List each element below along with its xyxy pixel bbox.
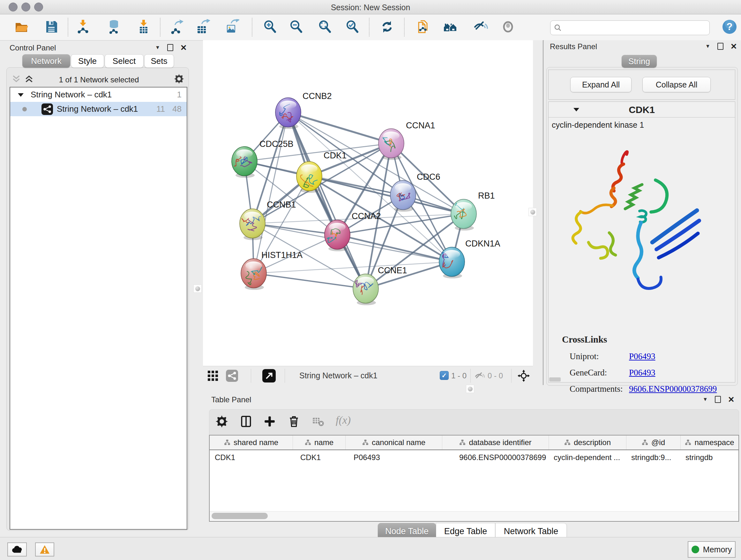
zoom-selected-button[interactable] bbox=[345, 19, 361, 36]
column-header[interactable]: @id bbox=[626, 435, 680, 449]
column-type-icon bbox=[564, 439, 570, 446]
import-table-file-button[interactable] bbox=[136, 19, 152, 36]
crosslinks-title: CrossLinks bbox=[562, 334, 607, 345]
navigator-button[interactable] bbox=[518, 370, 530, 383]
export-network-button[interactable] bbox=[170, 19, 186, 36]
zoom-fit-button[interactable] bbox=[317, 19, 334, 36]
save-session-button[interactable] bbox=[44, 19, 60, 36]
cloud-status-button[interactable] bbox=[7, 543, 27, 557]
hide-selected-button[interactable] bbox=[473, 19, 489, 36]
panel-collapse-icon[interactable]: ▼ bbox=[155, 45, 160, 51]
selected-checkbox[interactable]: ✓ bbox=[440, 371, 449, 380]
network-view-mode-button[interactable] bbox=[226, 370, 238, 383]
scrollbar-thumb[interactable] bbox=[212, 513, 268, 519]
collapse-all-networks-button[interactable] bbox=[11, 74, 21, 85]
cell-description: cyclin-dependent ... bbox=[549, 453, 626, 462]
results-hscroll-thumb[interactable] bbox=[549, 377, 561, 381]
show-hidden-button[interactable] bbox=[500, 19, 517, 36]
panel-collapse-icon[interactable]: ▼ bbox=[705, 44, 711, 49]
zoom-in-button[interactable] bbox=[262, 19, 279, 36]
string-network-icon bbox=[42, 104, 53, 115]
panel-float-icon[interactable] bbox=[167, 44, 173, 51]
crosslink-genecard[interactable]: P06493 bbox=[629, 365, 717, 381]
memory-label: Memory bbox=[703, 545, 732, 554]
table-horizontal-scrollbar[interactable] bbox=[210, 511, 738, 521]
warnings-button[interactable] bbox=[35, 543, 54, 557]
import-network-file-button[interactable] bbox=[75, 19, 92, 36]
svg-text:CDK1: CDK1 bbox=[324, 151, 347, 160]
memory-button[interactable]: Memory bbox=[688, 541, 736, 558]
function-builder-button-disabled[interactable]: f(x) bbox=[336, 414, 351, 426]
columns-icon bbox=[239, 415, 253, 428]
import-table-icon bbox=[136, 19, 151, 35]
collapse-all-button[interactable]: Collapse All bbox=[643, 77, 711, 92]
toolbar-separator bbox=[251, 369, 251, 383]
panel-collapse-icon[interactable]: ▼ bbox=[703, 396, 708, 402]
zoom-out-button[interactable] bbox=[288, 19, 305, 36]
network-options-button[interactable] bbox=[174, 73, 185, 85]
svg-text:RB1: RB1 bbox=[478, 191, 495, 200]
hidden-toggle[interactable] bbox=[474, 370, 485, 382]
table-panel-controls: ▼ ✕ bbox=[703, 396, 735, 403]
tab-network[interactable]: Network bbox=[22, 54, 70, 68]
column-header[interactable]: database identifier bbox=[442, 435, 549, 449]
gene-section-header[interactable]: CDK1 bbox=[549, 102, 735, 118]
open-session-button[interactable] bbox=[14, 19, 31, 36]
bottom-splitter-handle[interactable] bbox=[466, 385, 474, 393]
search-input[interactable] bbox=[564, 21, 706, 34]
toolbar-separator bbox=[285, 369, 285, 383]
show-columns-button[interactable] bbox=[239, 415, 253, 429]
show-all-views-button[interactable] bbox=[443, 19, 460, 36]
main-toolbar: ? bbox=[0, 14, 741, 41]
column-header[interactable]: name bbox=[293, 435, 345, 449]
panel-close-icon[interactable]: ✕ bbox=[731, 43, 737, 50]
left-splitter-handle[interactable] bbox=[193, 285, 202, 293]
tab-string[interactable]: String bbox=[622, 55, 657, 68]
svg-text:HIST1H1A: HIST1H1A bbox=[261, 250, 302, 260]
warning-icon bbox=[39, 545, 50, 554]
right-splitter-handle[interactable] bbox=[529, 208, 537, 216]
toolbar-separator bbox=[470, 369, 471, 383]
network-canvas[interactable]: CCNB2CCNA1CDC25BCDK1CDC6RB1CCNB1CCNA2CDK… bbox=[203, 40, 533, 366]
table-row[interactable]: CDK1 CDK1 P06493 9606.ENSP00000378699 cy… bbox=[210, 450, 738, 465]
delete-table-button-disabled[interactable] bbox=[312, 415, 326, 429]
column-header[interactable]: description bbox=[549, 435, 626, 449]
expand-all-button[interactable]: Expand All bbox=[570, 77, 631, 92]
tab-style[interactable]: Style bbox=[71, 54, 104, 68]
export-table-button[interactable] bbox=[196, 19, 212, 36]
trash-icon bbox=[287, 415, 300, 428]
network-collection-row[interactable]: String Network – cdk1 1 bbox=[10, 87, 187, 102]
export-image-button[interactable] bbox=[224, 19, 241, 36]
gear-icon bbox=[215, 415, 228, 428]
network-row-selected[interactable]: String Network – cdk1 11 48 bbox=[10, 102, 187, 116]
crosshair-icon bbox=[518, 370, 530, 382]
column-header[interactable]: canonical name bbox=[345, 435, 442, 449]
delete-column-button[interactable] bbox=[287, 415, 301, 429]
network-selection-status: 1 of 1 Network selected bbox=[38, 75, 159, 84]
table-toolbar: f(x) bbox=[209, 409, 739, 435]
column-header[interactable]: namespace bbox=[680, 435, 738, 449]
detach-view-button[interactable] bbox=[262, 369, 276, 384]
network-row-label: String Network – cdk1 bbox=[57, 104, 138, 114]
double-chevron-down-icon bbox=[11, 74, 21, 84]
panel-float-icon[interactable] bbox=[715, 396, 721, 403]
expand-collapse-box: Expand All Collapse All bbox=[548, 70, 735, 100]
grid-view-button[interactable] bbox=[207, 370, 218, 382]
crosslink-uniprot[interactable]: P06493 bbox=[629, 348, 717, 365]
refresh-button[interactable] bbox=[380, 19, 396, 36]
import-network-database-button[interactable] bbox=[106, 19, 123, 36]
tab-sets[interactable]: Sets bbox=[144, 54, 174, 68]
table-options-button[interactable] bbox=[215, 415, 229, 429]
table-panel-title: Table Panel bbox=[211, 395, 251, 404]
tab-select[interactable]: Select bbox=[105, 54, 144, 68]
cell-shared-name: CDK1 bbox=[210, 453, 293, 462]
panel-float-icon[interactable] bbox=[718, 43, 724, 50]
add-column-button[interactable] bbox=[263, 415, 277, 429]
expand-all-networks-button[interactable] bbox=[24, 74, 34, 85]
panel-close-icon[interactable]: ✕ bbox=[180, 44, 187, 51]
help-button[interactable]: ? bbox=[722, 19, 738, 36]
share-file-button[interactable] bbox=[415, 19, 432, 36]
panel-close-icon[interactable]: ✕ bbox=[728, 396, 735, 402]
control-panel-title: Control Panel bbox=[10, 44, 56, 52]
column-header[interactable]: shared name bbox=[210, 435, 293, 449]
